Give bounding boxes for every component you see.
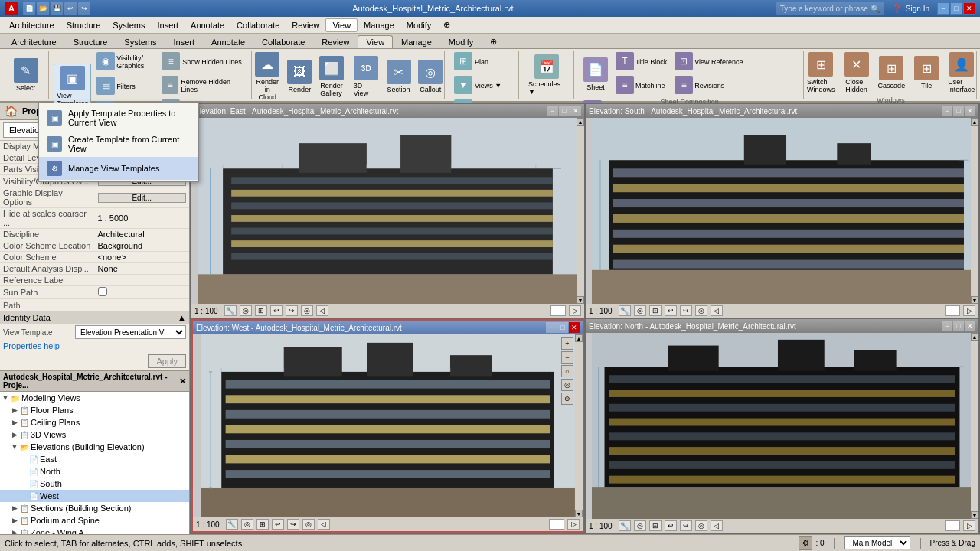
status-icon-1[interactable]: ⚙	[799, 536, 812, 550]
model-selector[interactable]: Main Model	[844, 536, 910, 549]
section-btn[interactable]: ✂ Section	[384, 58, 414, 95]
tab-modify[interactable]: Modify	[440, 35, 482, 48]
tab-review[interactable]: Review	[313, 35, 358, 48]
vp-east-tool6[interactable]: ◎	[301, 305, 313, 316]
vp-west-scrollbar-v[interactable]: ▲ ▼	[575, 334, 583, 517]
menu-plus[interactable]: ⊕	[437, 18, 456, 31]
vp-north-tool3[interactable]: ⊞	[649, 520, 662, 531]
vp-north-view-ctrl[interactable]	[945, 520, 960, 531]
vp-east-tool4[interactable]: ↩	[270, 305, 283, 316]
visibility-graphics-btn[interactable]: ◉ Visibility/Graphics	[93, 51, 149, 73]
menu-review[interactable]: Review	[286, 19, 325, 31]
help-icon[interactable]: ❓	[892, 4, 903, 14]
undo-btn[interactable]: ↩	[64, 2, 77, 15]
browser-tree-item[interactable]: ▼ 📂 Elevations (Building Elevation)	[0, 441, 189, 453]
callout-btn[interactable]: ◎ Callout	[415, 58, 446, 95]
title-block-btn[interactable]: T Title Block	[612, 51, 670, 73]
vp-east-scroll-down[interactable]: ▼	[577, 296, 584, 304]
vp-north-min[interactable]: −	[942, 321, 952, 331]
vp-south-max[interactable]: □	[953, 106, 964, 116]
vp-north-scroll-down[interactable]: ▼	[971, 511, 978, 519]
search-box[interactable]: Type a keyword or phrase 🔍	[776, 2, 884, 15]
vp-west-expand[interactable]: ▷	[567, 519, 580, 530]
vp-west-tool7[interactable]: ◁	[318, 519, 330, 530]
vp-west-tool1[interactable]: 🔧	[226, 519, 238, 530]
vp-north-tool2[interactable]: ◎	[634, 520, 646, 531]
browser-tree-item[interactable]: ▶ 📋 Floor Plans	[0, 404, 189, 416]
vp-south-tool2[interactable]: ◎	[634, 305, 646, 316]
browser-tree-item[interactable]: ▶ 📋 Zone - Wing A	[0, 527, 189, 534]
revisions-btn[interactable]: ≡ Revisions	[671, 74, 746, 97]
menu-annotate[interactable]: Annotate	[185, 19, 230, 31]
tab-manage[interactable]: Manage	[393, 35, 440, 48]
browser-tree-item[interactable]: ▶ 📋 3D Views	[0, 429, 189, 441]
vp-west-zoom-in[interactable]: +	[561, 337, 573, 350]
tab-systems[interactable]: Systems	[116, 35, 165, 48]
vp-south-view-ctrl[interactable]	[945, 305, 960, 316]
vp-west-zoom-out[interactable]: −	[561, 351, 573, 364]
tab-view[interactable]: View	[358, 35, 393, 48]
filters-btn[interactable]: ▤ Filters	[93, 75, 149, 98]
save-btn[interactable]: 💾	[51, 2, 63, 15]
vp-east-min[interactable]: −	[547, 106, 558, 116]
vp-east-tool1[interactable]: 🔧	[224, 305, 237, 316]
vp-west-min[interactable]: −	[546, 322, 557, 333]
vp-south-expand[interactable]: ▷	[963, 305, 975, 316]
vp-east-scrollbar-v[interactable]: ▲ ▼	[577, 118, 584, 304]
apply-button[interactable]: Apply	[148, 354, 186, 368]
sign-in-btn[interactable]: Sign In	[906, 5, 929, 13]
vp-west-tool4[interactable]: ↩	[272, 519, 284, 530]
vp-south-close[interactable]: ✕	[965, 106, 975, 116]
vp-south-tool3[interactable]: ⊞	[649, 305, 662, 316]
vp-north-expand[interactable]: ▷	[963, 520, 975, 531]
minimize-btn[interactable]: −	[937, 2, 949, 15]
vp-west-tool5[interactable]: ⊕	[561, 393, 573, 405]
tab-collaborate[interactable]: Collaborate	[253, 35, 313, 48]
vp-east-tool5[interactable]: ↪	[286, 305, 298, 316]
tab-structure[interactable]: Structure	[65, 35, 116, 48]
browser-tree-item[interactable]: 📄 North	[0, 465, 189, 478]
menu-manage[interactable]: Manage	[358, 19, 400, 31]
show-hidden-lines-btn[interactable]: ≡ Show Hidden Lines	[158, 51, 245, 73]
vp-west-tool4[interactable]: ◎	[561, 379, 573, 391]
vp-north-tool6[interactable]: ◎	[695, 520, 707, 531]
new-btn[interactable]: 📄	[23, 2, 35, 15]
tab-insert[interactable]: Insert	[165, 35, 204, 48]
create-template-item[interactable]: ▣ Create Template from Current View	[39, 131, 198, 157]
vp-east-max[interactable]: □	[559, 106, 570, 116]
vp-west-view-ctrl[interactable]	[549, 519, 564, 530]
apply-template-item[interactable]: ▣ Apply Template Properties to Current V…	[39, 105, 198, 131]
vp-west-scroll-up[interactable]: ▲	[575, 334, 583, 342]
vp-north-tool5[interactable]: ↪	[680, 520, 692, 531]
vp-north-tool7[interactable]: ◁	[710, 520, 723, 531]
matchline-btn[interactable]: ≡ Matchline	[612, 74, 670, 97]
tab-architecture[interactable]: Architecture	[3, 35, 65, 48]
menu-structure[interactable]: Structure	[60, 19, 107, 31]
vp-west-tool2[interactable]: ◎	[241, 519, 253, 530]
vp-north-scrollbar-v[interactable]: ▲ ▼	[971, 333, 978, 519]
vp-east-tool3[interactable]: ⊞	[255, 305, 267, 316]
tab-annotate[interactable]: Annotate	[203, 35, 253, 48]
vp-north-max[interactable]: □	[953, 321, 964, 331]
vp-south-scrollbar-v[interactable]: ▲ ▼	[971, 118, 978, 304]
tab-plus[interactable]: ⊕	[482, 34, 505, 48]
browser-tree-item[interactable]: ▶ 📋 Ceiling Plans	[0, 416, 189, 429]
vp-north-scroll-up[interactable]: ▲	[971, 333, 978, 341]
remove-hidden-lines-btn[interactable]: ≡ Remove Hidden Lines	[158, 74, 247, 97]
browser-tree-item[interactable]: 📄 South	[0, 478, 189, 490]
render-gallery-btn[interactable]: ⬜ RenderGallery	[316, 54, 347, 99]
menu-architecture[interactable]: Architecture	[3, 19, 60, 31]
tile-btn[interactable]: ⊞ Tile	[911, 54, 942, 91]
vp-south-scroll-down[interactable]: ▼	[971, 296, 978, 304]
vp-west-tool5[interactable]: ↪	[287, 519, 299, 530]
menu-insert[interactable]: Insert	[152, 19, 185, 31]
sheet-btn[interactable]: 📄 Sheet	[580, 56, 611, 93]
vp-east-view-ctrl[interactable]	[550, 305, 566, 316]
vp-west-home[interactable]: ⌂	[561, 365, 573, 377]
vp-west-max[interactable]: □	[557, 322, 568, 333]
3d-view-btn[interactable]: 3D 3D View	[351, 54, 382, 99]
vp-north-close[interactable]: ✕	[965, 321, 975, 331]
menu-view[interactable]: View	[325, 18, 358, 32]
browser-tree-item[interactable]: ▶ 📋 Podium and Spine	[0, 514, 189, 527]
sun-path-checkbox[interactable]	[98, 287, 107, 296]
